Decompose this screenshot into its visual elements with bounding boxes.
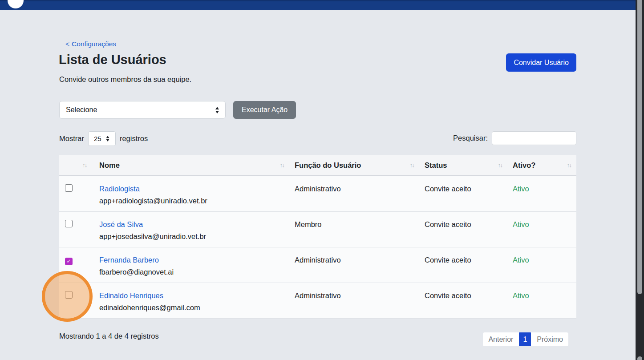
- pagination: Anterior 1 Próximo: [483, 332, 568, 346]
- row-checkbox[interactable]: ✓: [65, 291, 73, 299]
- breadcrumb-back-link[interactable]: <Configurações: [65, 40, 116, 48]
- execute-action-button[interactable]: Executar Ação: [233, 101, 296, 119]
- sort-icon[interactable]: ↑↓: [498, 162, 502, 169]
- user-status: Convite aceito: [425, 283, 513, 318]
- user-email: edinaldohenriques@gmail.com: [99, 303, 295, 312]
- column-label: Status: [425, 161, 447, 170]
- user-role: Membro: [295, 212, 425, 247]
- page-title: Lista de Usuários: [59, 53, 166, 67]
- page-subtitle: Convide outros membros da sua equipe.: [59, 75, 191, 84]
- table-info: Mostrando 1 a 4 de 4 registros: [59, 332, 159, 340]
- select-arrows-icon: [106, 136, 109, 142]
- length-label-prefix: Mostrar: [59, 134, 84, 143]
- user-name-link[interactable]: José da Silva: [99, 219, 143, 229]
- table-row[interactable]: ✓ Fernanda Barbero fbarbero@diagnovet.ai…: [59, 247, 576, 283]
- column-header-ativo[interactable]: Ativo? ↑↓: [513, 161, 576, 170]
- pagination-page-1[interactable]: 1: [519, 332, 531, 346]
- column-label: Função do Usuário: [295, 161, 361, 170]
- row-checkbox[interactable]: ✓: [65, 220, 73, 227]
- avatar[interactable]: [8, 0, 24, 8]
- table-row[interactable]: ✓ Radiologista app+radiologista@uniradio…: [59, 176, 576, 212]
- column-header-select[interactable]: ↑↓: [59, 162, 99, 169]
- column-label: Ativo?: [513, 161, 535, 170]
- breadcrumb-label: Configurações: [72, 40, 116, 48]
- top-navbar: [0, 0, 636, 10]
- pagination-previous[interactable]: Anterior: [486, 332, 515, 346]
- column-header-funcao[interactable]: Função do Usuário ↑↓: [295, 161, 425, 170]
- user-email: fbarbero@diagnovet.ai: [99, 267, 295, 277]
- user-active: Ativo: [513, 212, 576, 247]
- action-select[interactable]: Selecione: [59, 101, 226, 119]
- scrollbar-thumb[interactable]: [637, 0, 642, 294]
- user-role: Administrativo: [295, 176, 425, 211]
- page: <Configurações Lista de Usuários Convide…: [0, 0, 644, 360]
- select-arrows-icon: [215, 107, 219, 113]
- sort-icon[interactable]: ↑↓: [280, 162, 284, 169]
- invite-user-button[interactable]: Convidar Usuário: [506, 53, 576, 72]
- length-label-suffix: registros: [120, 134, 148, 143]
- table-row[interactable]: ✓ Edinaldo Henriques edinaldohenriques@g…: [59, 283, 576, 319]
- column-header-nome[interactable]: Nome ↑↓: [99, 161, 295, 170]
- search-label: Pesquisar:: [453, 134, 488, 142]
- action-select-value: Selecione: [66, 106, 215, 114]
- user-status: Convite aceito: [425, 212, 513, 247]
- user-email: app+radiologista@uniradio.vet.br: [99, 196, 295, 206]
- users-table: ↑↓ Nome ↑↓ Função do Usuário ↑↓ Status ↑…: [59, 155, 576, 319]
- user-active: Ativo: [513, 247, 576, 283]
- sort-icon[interactable]: ↑↓: [567, 162, 571, 169]
- column-label: Nome: [99, 161, 120, 170]
- user-active: Ativo: [513, 283, 576, 318]
- sort-icon[interactable]: ↑↓: [410, 162, 414, 169]
- table-body: ✓ Radiologista app+radiologista@uniradio…: [59, 176, 576, 319]
- search-input[interactable]: [492, 131, 576, 145]
- row-checkbox[interactable]: ✓: [65, 258, 73, 265]
- pagination-next[interactable]: Próximo: [535, 332, 565, 346]
- user-name-link[interactable]: Edinaldo Henriques: [99, 291, 163, 300]
- user-name-link[interactable]: Fernanda Barbero: [99, 255, 159, 265]
- column-header-status[interactable]: Status ↑↓: [425, 161, 513, 170]
- check-icon: ✓: [66, 259, 71, 264]
- user-name-link[interactable]: Radiologista: [99, 184, 140, 194]
- sort-icon[interactable]: ↑↓: [82, 162, 87, 169]
- chevron-left-icon: <: [65, 40, 69, 48]
- table-header-row: ↑↓ Nome ↑↓ Função do Usuário ↑↓ Status ↑…: [59, 155, 576, 176]
- user-role: Administrativo: [295, 283, 425, 318]
- scrollbar-thumb-bottom[interactable]: [637, 356, 642, 360]
- user-role: Administrativo: [295, 247, 425, 283]
- table-row[interactable]: ✓ José da Silva app+josedasilva@uniradio…: [59, 212, 576, 247]
- user-status: Convite aceito: [425, 247, 513, 283]
- row-checkbox[interactable]: ✓: [65, 184, 73, 192]
- scrollbar-track[interactable]: [636, 0, 644, 360]
- user-email: app+josedasilva@uniradio.vet.br: [99, 231, 295, 241]
- page-length-value: 25: [94, 135, 101, 142]
- page-length-select[interactable]: 25: [88, 131, 116, 146]
- user-active: Ativo: [513, 176, 576, 211]
- user-status: Convite aceito: [425, 176, 513, 211]
